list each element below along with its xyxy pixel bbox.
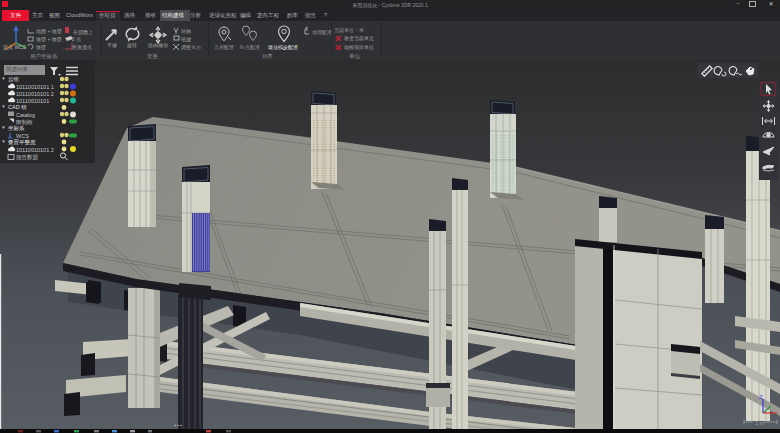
svg-text:报告数据: 报告数据 bbox=[16, 154, 39, 161]
svg-text:坐标系: 坐标系 bbox=[8, 125, 25, 132]
svg-text:云组: 云组 bbox=[8, 76, 20, 82]
svg-text:Catalog: Catalog bbox=[16, 112, 35, 118]
svg-text:叠置平整度: 叠置平整度 bbox=[8, 139, 36, 146]
svg-text:10110010101 2: 10110010101 2 bbox=[16, 91, 54, 97]
svg-text:10110010101 2: 10110010101 2 bbox=[16, 147, 54, 153]
svg-text:10110010101 1: 10110010101 1 bbox=[16, 84, 54, 90]
svg-text:CAD 组: CAD 组 bbox=[8, 104, 27, 110]
svg-text:Z: Z bbox=[759, 394, 763, 400]
svg-text:WCS: WCS bbox=[16, 133, 29, 139]
svg-text:限制框: 限制框 bbox=[16, 119, 33, 125]
svg-text:10110010101: 10110010101 bbox=[16, 98, 49, 104]
